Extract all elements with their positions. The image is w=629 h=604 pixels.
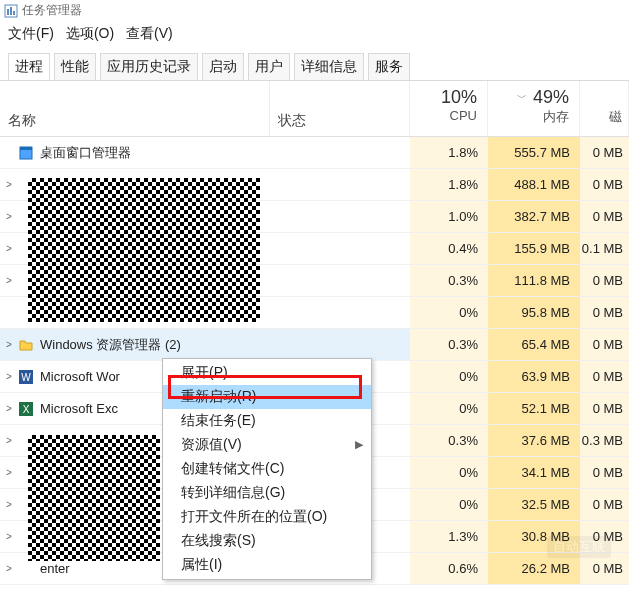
mem-cell: 555.7 MB [488, 137, 580, 168]
tab-startup[interactable]: 启动 [202, 53, 244, 80]
context-menu-item[interactable]: 属性(I) [163, 553, 371, 577]
disk-cell: 0 MB [580, 393, 629, 424]
process-icon [18, 337, 34, 353]
expand-toggle[interactable]: > [0, 339, 18, 350]
disk-cell: 0 MB [580, 521, 629, 552]
mem-cell: 95.8 MB [488, 297, 580, 328]
context-menu-item[interactable]: 展开(P) [163, 361, 371, 385]
mem-cell: 26.2 MB [488, 553, 580, 584]
process-icon: X [18, 401, 34, 417]
svg-text:X: X [23, 404, 30, 415]
cpu-cell: 0.3% [410, 329, 488, 360]
mem-cell: 488.1 MB [488, 169, 580, 200]
svg-rect-1 [7, 9, 9, 15]
process-name: 桌面窗口管理器 [18, 144, 270, 162]
context-menu-item[interactable]: 打开文件所在的位置(O) [163, 505, 371, 529]
cpu-cell: 0.3% [410, 265, 488, 296]
context-menu-item[interactable]: 在线搜索(S) [163, 529, 371, 553]
context-menu-item[interactable]: 转到详细信息(G) [163, 481, 371, 505]
context-menu-item[interactable]: 资源值(V)▶ [163, 433, 371, 457]
cpu-cell: 1.8% [410, 137, 488, 168]
svg-rect-2 [10, 7, 12, 15]
expand-toggle[interactable]: > [0, 435, 18, 446]
cpu-cell: 1.8% [410, 169, 488, 200]
col-mem[interactable]: ﹀49% 内存 [488, 81, 580, 136]
process-name: Windows 资源管理器 (2) [18, 336, 270, 354]
censored-region [28, 178, 260, 322]
process-icon [18, 561, 34, 577]
mem-cell: 382.7 MB [488, 201, 580, 232]
col-disk[interactable]: 磁 [580, 81, 629, 136]
cpu-cell: 1.0% [410, 201, 488, 232]
svg-rect-3 [13, 11, 15, 15]
task-manager-icon [4, 4, 18, 18]
cpu-cell: 0% [410, 393, 488, 424]
svg-text:W: W [21, 372, 31, 383]
col-status[interactable]: 状态 [270, 81, 410, 136]
cpu-cell: 0.6% [410, 553, 488, 584]
mem-cell: 32.5 MB [488, 489, 580, 520]
cpu-cell: 0.4% [410, 233, 488, 264]
expand-toggle[interactable]: > [0, 211, 18, 222]
col-name[interactable]: 名称 [0, 81, 270, 136]
cpu-cell: 0% [410, 489, 488, 520]
table-row[interactable]: >Windows 资源管理器 (2)0.3%65.4 MB0 MB [0, 329, 629, 361]
mem-cell: 65.4 MB [488, 329, 580, 360]
disk-cell: 0 MB [580, 265, 629, 296]
expand-toggle[interactable]: > [0, 243, 18, 254]
expand-toggle[interactable]: > [0, 371, 18, 382]
cpu-cell: 0% [410, 361, 488, 392]
mem-cell: 34.1 MB [488, 457, 580, 488]
disk-cell: 0.1 MB [580, 233, 629, 264]
tab-users[interactable]: 用户 [248, 53, 290, 80]
context-menu-item[interactable]: 创建转储文件(C) [163, 457, 371, 481]
expand-toggle[interactable]: > [0, 275, 18, 286]
expand-toggle[interactable]: > [0, 563, 18, 574]
process-icon: W [18, 369, 34, 385]
mem-cell: 155.9 MB [488, 233, 580, 264]
menubar: 文件(F) 选项(O) 查看(V) [0, 21, 629, 47]
disk-cell: 0 MB [580, 137, 629, 168]
column-headers: 名称 状态 10% CPU ﹀49% 内存 磁 [0, 81, 629, 137]
mem-cell: 111.8 MB [488, 265, 580, 296]
disk-cell: 0.3 MB [580, 425, 629, 456]
expand-toggle[interactable]: > [0, 403, 18, 414]
tab-performance[interactable]: 性能 [54, 53, 96, 80]
tab-processes[interactable]: 进程 [8, 53, 50, 80]
disk-cell: 0 MB [580, 297, 629, 328]
context-menu-item[interactable]: 重新启动(R) [163, 385, 371, 409]
disk-cell: 0 MB [580, 169, 629, 200]
menu-options[interactable]: 选项(O) [66, 25, 114, 43]
disk-cell: 0 MB [580, 457, 629, 488]
mem-cell: 37.6 MB [488, 425, 580, 456]
col-cpu[interactable]: 10% CPU [410, 81, 488, 136]
censored-region [28, 435, 160, 561]
svg-rect-5 [20, 147, 32, 150]
expand-toggle[interactable]: > [0, 531, 18, 542]
tab-details[interactable]: 详细信息 [294, 53, 364, 80]
disk-cell: 0 MB [580, 361, 629, 392]
window-title: 任务管理器 [22, 2, 82, 19]
disk-cell: 0 MB [580, 201, 629, 232]
table-row[interactable]: 桌面窗口管理器1.8%555.7 MB0 MB [0, 137, 629, 169]
context-menu: 展开(P)重新启动(R)结束任务(E)资源值(V)▶创建转储文件(C)转到详细信… [162, 358, 372, 580]
expand-toggle[interactable]: > [0, 179, 18, 190]
menu-file[interactable]: 文件(F) [8, 25, 54, 43]
expand-toggle[interactable]: > [0, 499, 18, 510]
menu-view[interactable]: 查看(V) [126, 25, 173, 43]
expand-toggle[interactable]: > [0, 467, 18, 478]
titlebar: 任务管理器 [0, 0, 629, 21]
cpu-cell: 0% [410, 297, 488, 328]
process-icon [18, 145, 34, 161]
context-menu-item[interactable]: 结束任务(E) [163, 409, 371, 433]
cpu-cell: 0.3% [410, 425, 488, 456]
disk-cell: 0 MB [580, 329, 629, 360]
tabs: 进程 性能 应用历史记录 启动 用户 详细信息 服务 [0, 47, 629, 81]
tab-services[interactable]: 服务 [368, 53, 410, 80]
mem-cell: 52.1 MB [488, 393, 580, 424]
chevron-down-icon: ﹀ [517, 91, 527, 105]
cpu-cell: 0% [410, 457, 488, 488]
disk-cell: 0 MB [580, 553, 629, 584]
disk-cell: 0 MB [580, 489, 629, 520]
tab-app-history[interactable]: 应用历史记录 [100, 53, 198, 80]
